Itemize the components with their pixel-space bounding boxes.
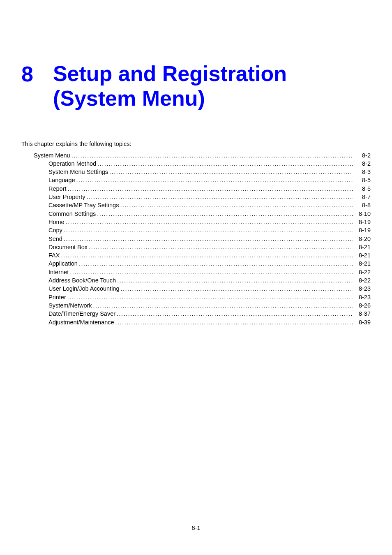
toc-leader-dots bbox=[89, 243, 353, 251]
toc-entry-label: Adjustment/Maintenance bbox=[48, 318, 114, 326]
toc-entry-page: 8-23 bbox=[354, 293, 371, 301]
toc-leader-dots bbox=[97, 160, 353, 168]
toc-leader-dots bbox=[67, 293, 353, 301]
toc-entry[interactable]: Operation Method 8-2 bbox=[48, 160, 371, 168]
toc-entry[interactable]: Language 8-5 bbox=[48, 176, 371, 184]
toc-entry-label: Printer bbox=[48, 293, 66, 301]
toc-entry[interactable]: User Property 8-7 bbox=[48, 193, 371, 201]
toc-entry[interactable]: Printer 8-23 bbox=[48, 293, 371, 301]
toc-entry[interactable]: Adjustment/Maintenance 8-39 bbox=[48, 318, 371, 326]
chapter-number: 8 bbox=[21, 62, 33, 85]
toc-leader-dots bbox=[97, 210, 353, 218]
toc-entry-page: 8-26 bbox=[354, 301, 371, 310]
toc-entry[interactable]: Report 8-5 bbox=[48, 185, 371, 193]
toc-entry[interactable]: Cassette/MP Tray Settings 8-8 bbox=[48, 201, 371, 209]
toc-entry[interactable]: System/Network 8-26 bbox=[48, 301, 371, 310]
toc-entry-page: 8-19 bbox=[354, 226, 371, 234]
toc-entry-label: Application bbox=[48, 259, 78, 268]
toc-leader-dots bbox=[117, 276, 353, 284]
toc-leader-dots bbox=[64, 235, 353, 243]
toc-entry-label: User Login/Job Accounting bbox=[48, 284, 120, 293]
toc-entry-page: 8-19 bbox=[354, 218, 371, 226]
toc-entry[interactable]: Home 8-19 bbox=[48, 218, 371, 226]
toc-entry-page: 8-23 bbox=[354, 284, 371, 293]
toc-leader-dots bbox=[61, 251, 353, 259]
chapter-title: Setup and Registration (System Menu) bbox=[53, 62, 287, 111]
toc-entry-page: 8-3 bbox=[354, 168, 371, 176]
toc-leader-dots bbox=[115, 318, 353, 326]
toc-entry-page: 8-39 bbox=[354, 318, 371, 326]
toc-entry[interactable]: Copy 8-19 bbox=[48, 226, 371, 234]
toc-leader-dots bbox=[71, 151, 353, 160]
toc-entry-page: 8-20 bbox=[354, 235, 371, 243]
toc-entry-label: Internet bbox=[48, 268, 69, 276]
toc-entry-label: Date/Timer/Energy Saver bbox=[48, 310, 115, 318]
toc-entry[interactable]: Date/Timer/Energy Saver 8-37 bbox=[48, 310, 371, 318]
toc-entry[interactable]: FAX 8-21 bbox=[48, 251, 371, 259]
toc-entry-page: 8-5 bbox=[354, 176, 371, 184]
toc-entry-label: System Menu bbox=[34, 151, 70, 160]
toc-leader-dots bbox=[86, 193, 353, 201]
toc-entry-page: 8-5 bbox=[354, 185, 371, 193]
toc-entry[interactable]: Common Settings 8-10 bbox=[48, 210, 371, 218]
toc-entry-label: Operation Method bbox=[48, 160, 96, 168]
toc-entry-label: Cassette/MP Tray Settings bbox=[48, 201, 119, 209]
toc-leader-dots bbox=[68, 185, 353, 193]
toc-entry-page: 8-21 bbox=[354, 243, 371, 251]
chapter-heading: 8 Setup and Registration (System Menu) bbox=[21, 62, 371, 111]
toc-entry-label: System/Network bbox=[48, 301, 92, 310]
toc-entry[interactable]: Send 8-20 bbox=[48, 235, 371, 243]
toc-entry-label: System Menu Settings bbox=[48, 168, 108, 176]
toc-entry-label: User Property bbox=[48, 193, 85, 201]
toc-entry-label: Address Book/One Touch bbox=[48, 276, 116, 284]
toc-entry[interactable]: Document Box 8-21 bbox=[48, 243, 371, 251]
chapter-title-line-2: (System Menu) bbox=[53, 86, 287, 111]
toc-entry-label: FAX bbox=[48, 251, 60, 259]
toc-entry-page: 8-2 bbox=[354, 160, 371, 168]
toc-entry-page: 8-22 bbox=[354, 276, 371, 284]
toc-leader-dots bbox=[120, 201, 353, 209]
toc-entry[interactable]: User Login/Job Accounting 8-23 bbox=[48, 284, 371, 293]
toc-entry-label: Common Settings bbox=[48, 210, 96, 218]
intro-text: This chapter explains the following topi… bbox=[21, 141, 371, 147]
toc-leader-dots bbox=[121, 284, 353, 293]
toc-leader-dots bbox=[76, 176, 353, 184]
toc-entry-label: Send bbox=[48, 235, 62, 243]
toc-entry[interactable]: System Menu Settings 8-3 bbox=[48, 168, 371, 176]
toc-entry-page: 8-37 bbox=[354, 310, 371, 318]
toc-entry[interactable]: Internet 8-22 bbox=[48, 268, 371, 276]
table-of-contents: System Menu 8-2 Operation Method 8-2 Sys… bbox=[21, 151, 371, 326]
toc-entry[interactable]: Application 8-21 bbox=[48, 259, 371, 268]
toc-leader-dots bbox=[117, 310, 353, 318]
toc-leader-dots bbox=[70, 268, 353, 276]
toc-leader-dots bbox=[93, 301, 353, 310]
toc-leader-dots bbox=[66, 218, 353, 226]
toc-entry-page: 8-8 bbox=[354, 201, 371, 209]
toc-entry[interactable]: Address Book/One Touch 8-22 bbox=[48, 276, 371, 284]
toc-entry-label: Report bbox=[48, 185, 67, 193]
toc-entry[interactable]: System Menu 8-2 bbox=[34, 151, 371, 160]
toc-entry-page: 8-7 bbox=[354, 193, 371, 201]
toc-entry-label: Copy bbox=[48, 226, 62, 234]
page-number: 8-1 bbox=[0, 525, 392, 531]
toc-entry-page: 8-2 bbox=[354, 151, 371, 160]
toc-entry-page: 8-21 bbox=[354, 259, 371, 268]
toc-entry-page: 8-21 bbox=[354, 251, 371, 259]
toc-entry-label: Document Box bbox=[48, 243, 88, 251]
toc-leader-dots bbox=[109, 168, 353, 176]
toc-entry-label: Home bbox=[48, 218, 65, 226]
toc-entry-page: 8-22 bbox=[354, 268, 371, 276]
toc-leader-dots bbox=[64, 226, 353, 234]
toc-entry-page: 8-10 bbox=[354, 210, 371, 218]
toc-leader-dots bbox=[79, 259, 353, 268]
toc-entry-label: Language bbox=[48, 176, 75, 184]
chapter-title-line-1: Setup and Registration bbox=[53, 62, 287, 86]
